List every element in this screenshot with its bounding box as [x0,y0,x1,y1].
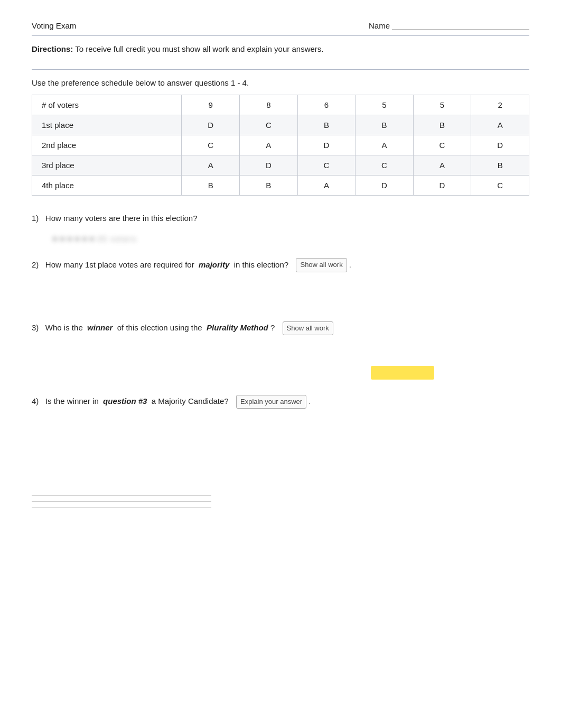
directions-label: Directions: [32,44,73,53]
table-cell-r1-c6: D [471,135,529,155]
col-header-2: 8 [240,95,298,115]
q4-text-before: Is the winner in [45,397,99,406]
table-cell-r0-c2: C [240,115,298,135]
dot-1 [53,237,57,241]
table-cell-r3-c6: C [471,176,529,196]
q4-number: 4) [32,397,39,406]
col-header-3: 6 [297,95,356,115]
bottom-lines [32,495,529,508]
table-cell-r1-c1: C [182,135,240,155]
question-2-text: 2) How many 1st place votes are required… [32,258,529,272]
table-cell-r0-c5: B [413,115,471,135]
q3-yellow-answer [371,366,434,380]
header-divider [32,35,529,36]
table-cell-r1-c4: A [356,135,414,155]
bottom-line-3 [32,507,211,508]
exam-page: Voting Exam Name Directions: To receive … [0,0,561,728]
table-row: 4th placeBBADDC [32,176,529,196]
q3-number: 3) [32,323,39,332]
directions-divider [32,69,529,70]
table-cell-r0-c0: 1st place [32,115,182,135]
q3-text-middle: of this election using the [117,323,202,332]
bottom-line-1 [32,495,211,496]
dot-6 [90,237,94,241]
table-cell-r3-c0: 4th place [32,176,182,196]
q4-period: . [308,397,311,406]
question-4-section: 4) Is the winner in question #3 a Majori… [32,394,529,464]
preference-table-wrapper: # of voters 9 8 6 5 5 2 1st placeDCBBBA2… [32,95,529,196]
table-header-row: # of voters 9 8 6 5 5 2 [32,95,529,115]
table-cell-r1-c2: A [240,135,298,155]
col-header-6: 2 [471,95,529,115]
table-cell-r2-c1: A [182,155,240,176]
q2-number: 2) [32,260,39,269]
dot-4 [75,237,79,241]
table-row: 1st placeDCBBBA [32,115,529,135]
directions-block: Directions: To receive full credit you m… [32,44,529,53]
table-cell-r3-c3: A [297,176,356,196]
table-row: 2nd placeCADACD [32,135,529,155]
col-header-label: # of voters [32,95,182,115]
table-cell-r3-c5: D [413,176,471,196]
table-cell-r0-c6: A [471,115,529,135]
question-1-text: 1) How many voters are there in this ele… [32,211,529,225]
q2-show-work-badge: Show all work [296,258,347,272]
table-cell-r3-c2: B [240,176,298,196]
table-cell-r3-c4: D [356,176,414,196]
q2-highlight-majority: majority [199,260,229,269]
table-cell-r1-c3: D [297,135,356,155]
q4-text-middle: a Majority Candidate? [152,397,229,406]
bottom-line-2 [32,501,211,502]
table-cell-r1-c5: C [413,135,471,155]
table-row: 3rd placeADCCAB [32,155,529,176]
table-cell-r3-c1: B [182,176,240,196]
question-1-section: 1) How many voters are there in this ele… [32,211,529,243]
dot-3 [68,237,72,241]
name-label: Name [369,21,529,30]
q4-explain-badge: Explain your answer [236,395,306,409]
q2-period: . [349,260,351,269]
q3-show-work-badge: Show all work [283,321,333,335]
table-cell-r2-c2: D [240,155,298,176]
q1-answer-blurred: 35 voters [53,235,529,243]
col-header-5: 5 [413,95,471,115]
q1-number: 1) [32,214,39,223]
q2-text-after: in this election? [234,260,288,269]
col-header-1: 9 [182,95,240,115]
q4-answer-area [53,416,529,464]
question-4-text: 4) Is the winner in question #3 a Majori… [32,394,529,409]
header-row: Voting Exam Name [32,21,529,30]
table-cell-r2-c6: B [471,155,529,176]
name-line [392,30,529,30]
table-cell-r2-c0: 3rd place [32,155,182,176]
directions-text: To receive full credit you must show all… [75,44,323,53]
q3-answer-area [53,343,529,380]
q2-text-before: How many 1st place votes are required fo… [45,260,194,269]
table-cell-r2-c3: C [297,155,356,176]
exam-title: Voting Exam [32,21,76,30]
q3-highlight-winner: winner [87,323,113,332]
question-3-text: 3) Who is the winner of this election us… [32,321,529,335]
dot-2 [60,237,64,241]
table-cell-r1-c0: 2nd place [32,135,182,155]
table-cell-r0-c3: B [297,115,356,135]
dot-5 [82,237,87,241]
table-cell-r2-c4: C [356,155,414,176]
table-cell-r2-c5: A [413,155,471,176]
table-cell-r0-c4: B [356,115,414,135]
q3-highlight-plurality: Plurality Method [207,323,268,332]
q3-text-after: ? [270,323,275,332]
col-header-4: 5 [356,95,414,115]
blurred-answer-text: 35 voters [97,235,137,243]
question-3-section: 3) Who is the winner of this election us… [32,321,529,380]
q4-highlight-question3: question #3 [103,397,147,406]
preference-table: # of voters 9 8 6 5 5 2 1st placeDCBBBA2… [32,95,529,196]
q3-text-before: Who is the [45,323,83,332]
q2-answer-area [53,280,529,306]
q1-body: How many voters are there in this electi… [45,214,198,223]
question-2-section: 2) How many 1st place votes are required… [32,258,529,306]
table-cell-r0-c1: D [182,115,240,135]
table-instructions: Use the preference schedule below to ans… [32,78,529,87]
